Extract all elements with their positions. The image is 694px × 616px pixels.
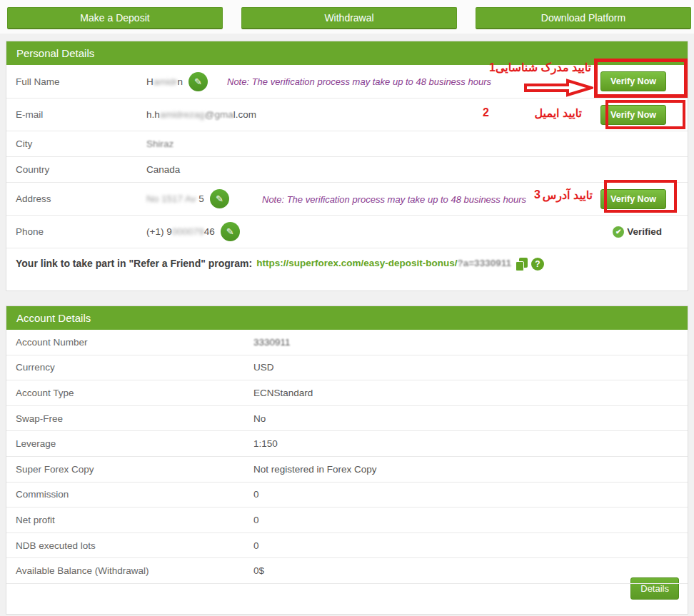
- row-label: Commission: [16, 489, 253, 500]
- verify-email-button[interactable]: Verify Now: [600, 105, 666, 125]
- full-name-row: Full Name Hamidrn ✎ Note: The verificati…: [6, 65, 688, 99]
- verification-note: Note: The verification process may take …: [262, 193, 526, 204]
- account-details-panel: Account Details Account Number 3330911 C…: [6, 306, 688, 615]
- country-row: Country Canada: [6, 157, 688, 183]
- referral-text: Your link to take part in "Refer a Frien…: [16, 258, 252, 269]
- row-label: Currency: [16, 362, 253, 373]
- table-row: Commission 0: [6, 483, 688, 508]
- row-label: Swap-Free: [16, 413, 253, 424]
- table-row: Leverage 1:150: [6, 431, 688, 457]
- full-name-label: Full Name: [16, 76, 146, 87]
- country-label: Country: [16, 164, 146, 175]
- table-row: Super Forex Copy Not registered in Forex…: [6, 457, 688, 483]
- city-label: City: [16, 138, 146, 149]
- address-value: No 1517 Av 5: [146, 193, 204, 204]
- phone-row: Phone (+1) 900007946 ✎ ✔Verified: [6, 216, 688, 248]
- edit-icon[interactable]: ✎: [210, 189, 229, 208]
- table-row: NDB executed lots 0: [6, 533, 688, 559]
- row-label: NDB executed lots: [16, 540, 253, 551]
- row-value: 0$: [253, 565, 264, 576]
- row-value: 3330911: [253, 337, 291, 348]
- row-label: Account Type: [16, 388, 253, 398]
- row-value: ECNStandard: [253, 388, 313, 398]
- verified-label: Verified: [627, 226, 662, 237]
- row-value: 0: [253, 489, 259, 500]
- row-label: Net profit: [16, 515, 253, 525]
- check-icon: ✔: [613, 226, 624, 238]
- personal-details-panel: Personal Details Full Name Hamidrn ✎ Not…: [6, 41, 688, 291]
- account-details-table: Account Number 3330911 Currency USD Acco…: [6, 330, 688, 584]
- referral-link[interactable]: https://superforex.com/easy-deposit-bonu…: [256, 258, 511, 268]
- download-platform-button[interactable]: Download Platform: [476, 7, 691, 29]
- full-name-value: Hamidrn: [146, 76, 183, 87]
- row-value: Not registered in Forex Copy: [253, 464, 377, 475]
- referral-link-row: Your link to take part in "Refer a Frien…: [6, 248, 688, 291]
- row-label: Account Number: [16, 337, 253, 348]
- email-label: E-mail: [16, 109, 146, 120]
- row-value: 0: [253, 540, 259, 551]
- table-row: Account Type ECNStandard: [6, 380, 688, 406]
- account-details-header: Account Details: [6, 306, 688, 330]
- personal-details-header: Personal Details: [6, 41, 688, 65]
- table-row: Net profit 0: [6, 508, 688, 533]
- row-label: Available Balance (Withdrawal): [16, 565, 253, 576]
- phone-label: Phone: [16, 226, 146, 237]
- country-value: Canada: [146, 164, 180, 175]
- city-value: Shiraz: [146, 138, 174, 149]
- table-row: Account Number 3330911: [6, 330, 688, 355]
- row-value: 1:150: [253, 438, 278, 449]
- row-value: USD: [253, 362, 274, 373]
- row-value: 0: [253, 515, 259, 525]
- table-row: Currency USD: [6, 355, 688, 381]
- phone-verified-status: ✔Verified: [613, 226, 662, 238]
- row-label: Leverage: [16, 438, 253, 449]
- verification-note: Note: The verification process may take …: [227, 76, 491, 87]
- email-value: h.hamidrezag@gmal.com: [146, 109, 256, 120]
- row-value: No: [253, 413, 266, 424]
- email-row: E-mail h.hamidrezag@gmal.com Verify Now: [6, 99, 688, 131]
- withdrawal-button[interactable]: Withdrawal: [241, 7, 457, 29]
- table-row: Swap-Free No: [6, 406, 688, 432]
- edit-icon[interactable]: ✎: [221, 222, 240, 241]
- toolbar: Make a Deposit Withdrawal Download Platf…: [0, 0, 694, 34]
- address-row: Address No 1517 Av 5 ✎ Note: The verific…: [6, 183, 688, 216]
- phone-value: (+1) 900007946: [146, 226, 215, 237]
- address-label: Address: [16, 193, 146, 204]
- row-label: Super Forex Copy: [16, 464, 253, 475]
- verify-identity-button[interactable]: Verify Now: [600, 71, 666, 91]
- help-icon[interactable]: ?: [531, 258, 544, 271]
- copy-icon[interactable]: [516, 258, 528, 271]
- city-row: City Shiraz: [6, 131, 688, 157]
- make-deposit-button[interactable]: Make a Deposit: [7, 7, 223, 29]
- verify-address-button[interactable]: Verify Now: [600, 189, 666, 209]
- table-row: Available Balance (Withdrawal) 0$: [6, 558, 688, 584]
- edit-icon[interactable]: ✎: [188, 72, 208, 91]
